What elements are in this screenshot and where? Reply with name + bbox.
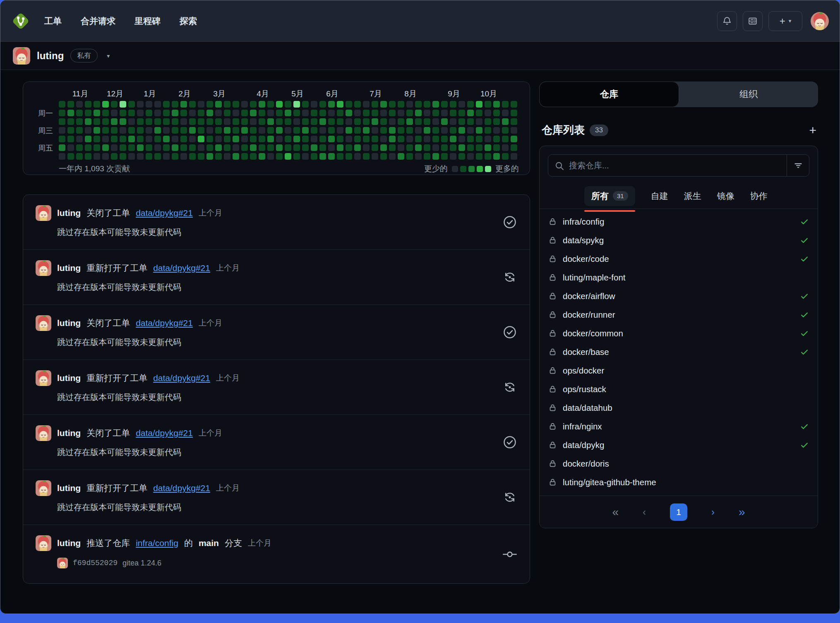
heatmap-cell[interactable] [485, 118, 491, 125]
heatmap-cell[interactable] [206, 118, 213, 125]
heatmap-cell[interactable] [354, 101, 361, 108]
avatar[interactable] [36, 370, 51, 386]
heatmap-cell[interactable] [476, 127, 482, 134]
heatmap-cell[interactable] [406, 136, 413, 142]
repo-row[interactable]: data/spykg [549, 231, 809, 249]
heatmap-cell[interactable] [337, 136, 343, 142]
heatmap-cell[interactable] [502, 136, 509, 142]
heatmap-cell[interactable] [111, 110, 118, 116]
repo-row[interactable]: luting/maple-font [549, 268, 809, 287]
heatmap-cell[interactable] [120, 118, 126, 125]
heatmap-cell[interactable] [319, 153, 326, 160]
feed-actor-link[interactable]: luting [57, 208, 81, 218]
heatmap-cell[interactable] [441, 101, 448, 108]
heatmap-cell[interactable] [467, 153, 474, 160]
heatmap-cell[interactable] [267, 144, 274, 151]
heatmap-cell[interactable] [67, 144, 74, 151]
nav-link-工单[interactable]: 工单 [44, 15, 62, 27]
heatmap-cell[interactable] [180, 136, 187, 142]
pagination-first-button[interactable]: « [612, 506, 619, 518]
heatmap-cell[interactable] [137, 144, 144, 151]
heatmap-cell[interactable] [180, 110, 187, 116]
heatmap-cell[interactable] [389, 127, 396, 134]
heatmap-cell[interactable] [450, 153, 456, 160]
heatmap-cell[interactable] [389, 101, 396, 108]
heatmap-cell[interactable] [154, 153, 161, 160]
heatmap-cell[interactable] [241, 153, 248, 160]
heatmap-cell[interactable] [424, 101, 430, 108]
heatmap-cell[interactable] [363, 101, 370, 108]
heatmap-cell[interactable] [102, 153, 109, 160]
heatmap-cell[interactable] [450, 144, 456, 151]
heatmap-cell[interactable] [67, 127, 74, 134]
heatmap-cell[interactable] [146, 110, 152, 116]
heatmap-cell[interactable] [163, 144, 170, 151]
nav-link-探索[interactable]: 探索 [180, 15, 197, 27]
heatmap-cell[interactable] [276, 118, 283, 125]
heatmap-cell[interactable] [198, 118, 204, 125]
repo-name-link[interactable]: docker/common [563, 328, 623, 338]
heatmap-cell[interactable] [398, 144, 404, 151]
heatmap-cell[interactable] [302, 136, 309, 142]
repo-row[interactable]: docker/doris [549, 454, 809, 473]
heatmap-cell[interactable] [311, 144, 317, 151]
heatmap-cell[interactable] [154, 118, 161, 125]
heatmap-cell[interactable] [467, 127, 474, 134]
heatmap-cell[interactable] [285, 101, 291, 108]
repo-name-link[interactable]: data/datahub [563, 403, 612, 413]
heatmap-cell[interactable] [293, 136, 300, 142]
heatmap-cell[interactable] [485, 153, 491, 160]
pagination-current-page[interactable]: 1 [670, 503, 687, 521]
heatmap-cell[interactable] [502, 127, 509, 134]
heatmap-cell[interactable] [398, 101, 404, 108]
heatmap-cell[interactable] [354, 110, 361, 116]
heatmap-cell[interactable] [267, 153, 274, 160]
heatmap-cell[interactable] [293, 118, 300, 125]
heatmap-cell[interactable] [476, 136, 482, 142]
heatmap-cell[interactable] [372, 127, 378, 134]
heatmap-cell[interactable] [337, 110, 343, 116]
heatmap-cell[interactable] [85, 101, 91, 108]
feed-repo-link[interactable]: data/dpykg#21 [153, 483, 210, 493]
heatmap-cell[interactable] [441, 110, 448, 116]
heatmap-cell[interactable] [328, 153, 335, 160]
heatmap-cell[interactable] [224, 127, 230, 134]
heatmap-cell[interactable] [267, 110, 274, 116]
heatmap-cell[interactable] [233, 101, 239, 108]
heatmap-cell[interactable] [154, 101, 161, 108]
create-new-button[interactable]: + ▾ [768, 11, 802, 31]
heatmap-cell[interactable] [250, 144, 257, 151]
heatmap-cell[interactable] [363, 144, 370, 151]
heatmap-cell[interactable] [189, 153, 196, 160]
heatmap-cell[interactable] [450, 127, 456, 134]
heatmap-cell[interactable] [458, 101, 465, 108]
heatmap-cell[interactable] [380, 101, 387, 108]
heatmap-cell[interactable] [120, 110, 126, 116]
heatmap-cell[interactable] [485, 144, 491, 151]
heatmap-cell[interactable] [163, 118, 170, 125]
heatmap-cell[interactable] [67, 110, 74, 116]
heatmap-cell[interactable] [250, 136, 257, 142]
heatmap-cell[interactable] [111, 118, 118, 125]
heatmap-cell[interactable] [389, 144, 396, 151]
heatmap-cell[interactable] [493, 153, 500, 160]
heatmap-cell[interactable] [389, 153, 396, 160]
heatmap-cell[interactable] [354, 127, 361, 134]
heatmap-cell[interactable] [198, 136, 204, 142]
heatmap-cell[interactable] [493, 144, 500, 151]
heatmap-cell[interactable] [206, 127, 213, 134]
heatmap-cell[interactable] [250, 127, 257, 134]
repo-row[interactable]: ops/rustack [549, 380, 809, 398]
heatmap-cell[interactable] [424, 110, 430, 116]
heatmap-cell[interactable] [198, 153, 204, 160]
heatmap-cell[interactable] [224, 110, 230, 116]
heatmap-cell[interactable] [467, 118, 474, 125]
avatar[interactable] [36, 535, 51, 551]
heatmap-cell[interactable] [250, 101, 257, 108]
repo-filter-所有[interactable]: 所有31 [584, 186, 635, 206]
repo-row[interactable]: docker/common [549, 324, 809, 343]
repo-row[interactable]: data/datahub [549, 398, 809, 417]
heatmap-cell[interactable] [206, 136, 213, 142]
repo-search-input[interactable] [548, 155, 787, 176]
repo-row[interactable]: ops/docker [549, 361, 809, 380]
